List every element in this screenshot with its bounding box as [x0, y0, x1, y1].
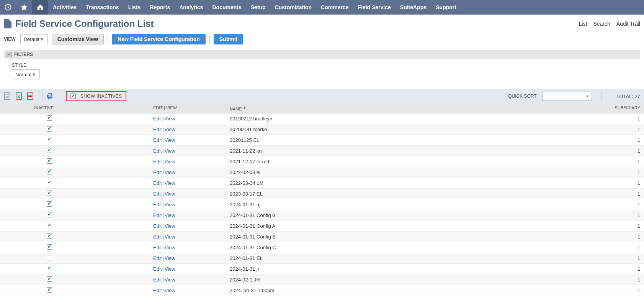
export-csv-icon[interactable] [4, 92, 11, 100]
column-subsidiary[interactable]: SUBSIDIARY [602, 105, 640, 111]
export-pdf-icon[interactable] [27, 92, 34, 100]
edit-link[interactable]: Edit [153, 148, 162, 154]
show-inactives-checkbox[interactable] [70, 94, 76, 99]
inactive-checkbox[interactable] [47, 244, 52, 250]
row-name: 2022-02-03 el [230, 169, 602, 175]
inactive-checkbox[interactable] [47, 287, 52, 293]
row-subsidiary: 1 [602, 223, 640, 229]
inactive-checkbox[interactable] [47, 266, 52, 271]
show-inactives-toggle[interactable]: SHOW INACTIVES [66, 91, 126, 101]
inactive-checkbox[interactable] [47, 169, 52, 174]
nav-item-transactions[interactable]: Transactions [81, 0, 123, 15]
edit-link[interactable]: Edit [153, 127, 162, 132]
header-link-audit-trail[interactable]: Audit Trail [616, 21, 640, 27]
quick-sort-select[interactable]: ▼ [542, 92, 592, 101]
list-body: Edit|View20190212 bradleyh1Edit|View2020… [0, 113, 644, 296]
edit-link[interactable]: Edit [153, 137, 162, 143]
nav-item-customization[interactable]: Customization [270, 0, 316, 15]
view-link[interactable]: View [165, 277, 175, 283]
view-link[interactable]: View [165, 148, 175, 154]
view-link[interactable]: View [165, 116, 175, 122]
edit-link[interactable]: Edit [153, 234, 162, 240]
header-link-search[interactable]: Search [593, 21, 610, 27]
nav-item-commerce[interactable]: Commerce [316, 0, 353, 15]
inactive-checkbox[interactable] [47, 158, 52, 164]
inactive-checkbox[interactable] [47, 276, 52, 282]
view-link[interactable]: View [165, 202, 175, 207]
edit-link[interactable]: Edit [153, 212, 162, 218]
home-icon[interactable] [32, 0, 48, 15]
nav-item-analytics[interactable]: Analytics [175, 0, 208, 15]
history-icon[interactable] [0, 0, 16, 15]
view-link[interactable]: View [165, 191, 175, 197]
table-row: Edit|View2024-02-1 JR1 [0, 275, 644, 285]
edit-link[interactable]: Edit [153, 277, 162, 283]
inactive-checkbox[interactable] [47, 115, 52, 121]
print-icon[interactable] [46, 92, 53, 100]
header-link-list[interactable]: List [579, 21, 587, 27]
edit-link[interactable]: Edit [153, 180, 162, 186]
edit-link[interactable]: Edit [153, 255, 162, 261]
view-link[interactable]: View [165, 159, 175, 164]
row-name: 20190212 bradleyh [230, 116, 602, 122]
view-link[interactable]: View [165, 266, 175, 272]
filters-header[interactable]: − FILTERS [4, 50, 640, 59]
edit-link[interactable]: Edit [153, 245, 162, 250]
row-subsidiary: 1 [602, 234, 640, 240]
edit-link[interactable]: Edit [153, 169, 162, 175]
row-subsidiary: 1 [602, 245, 640, 250]
view-link[interactable]: View [165, 127, 175, 132]
nav-item-setup[interactable]: Setup [246, 0, 270, 15]
export-excel-icon[interactable]: X [15, 92, 22, 100]
table-row: Edit|View2024-01-31 Config C1 [0, 242, 644, 253]
row-subsidiary: 1 [602, 202, 640, 207]
column-editview[interactable]: EDIT | VIEW [153, 105, 230, 111]
submit-button[interactable]: Submit [214, 34, 243, 44]
edit-link[interactable]: Edit [153, 116, 162, 122]
inactive-checkbox[interactable] [47, 126, 52, 132]
inactive-checkbox[interactable] [47, 148, 52, 153]
edit-link[interactable]: Edit [153, 202, 162, 207]
customize-view-button[interactable]: Customize View [52, 34, 104, 44]
edit-link[interactable]: Edit [153, 191, 162, 197]
view-link[interactable]: View [165, 212, 175, 218]
style-select[interactable]: Normal ▼ [12, 69, 40, 79]
edit-link[interactable]: Edit [153, 223, 162, 229]
nav-item-support[interactable]: Support [431, 0, 461, 15]
inactive-checkbox[interactable] [47, 137, 52, 142]
view-link[interactable]: View [165, 180, 175, 186]
inactive-checkbox[interactable] [47, 255, 52, 260]
edit-link[interactable]: Edit [153, 288, 162, 293]
view-link[interactable]: View [165, 169, 175, 175]
view-select[interactable]: Default ▼ [20, 34, 48, 44]
star-icon[interactable] [16, 0, 32, 15]
nav-item-field-service[interactable]: Field Service [353, 0, 395, 15]
nav-item-reports[interactable]: Reports [145, 0, 175, 15]
row-name: 2023-03-17 EL [230, 191, 602, 197]
collapse-icon[interactable]: − [7, 52, 12, 57]
view-link[interactable]: View [165, 288, 175, 293]
column-inactive[interactable]: INACTIVE [4, 105, 153, 111]
view-link[interactable]: View [165, 234, 175, 240]
inactive-checkbox[interactable] [47, 201, 52, 207]
new-config-button[interactable]: New Field Service Configuration [112, 34, 206, 44]
svg-marker-0 [21, 4, 28, 11]
nav-item-lists[interactable]: Lists [124, 0, 145, 15]
inactive-checkbox[interactable] [47, 191, 52, 196]
nav-item-documents[interactable]: Documents [208, 0, 246, 15]
edit-link[interactable]: Edit [153, 159, 162, 164]
inactive-checkbox[interactable] [47, 212, 52, 217]
top-nav: ActivitiesTransactionsListsReportsAnalyt… [0, 0, 644, 15]
view-link[interactable]: View [165, 255, 175, 261]
nav-item-activities[interactable]: Activities [48, 0, 81, 15]
edit-link[interactable]: Edit [153, 266, 162, 272]
column-name[interactable]: NAME ▲ [230, 105, 602, 111]
nav-item-suiteapps[interactable]: SuiteApps [396, 0, 431, 15]
inactive-checkbox[interactable] [47, 223, 52, 228]
view-link[interactable]: View [165, 137, 175, 143]
inactive-checkbox[interactable] [47, 180, 52, 185]
inactive-checkbox[interactable] [47, 234, 52, 239]
view-link[interactable]: View [165, 223, 175, 229]
view-link[interactable]: View [165, 245, 175, 250]
row-subsidiary: 1 [602, 169, 640, 175]
